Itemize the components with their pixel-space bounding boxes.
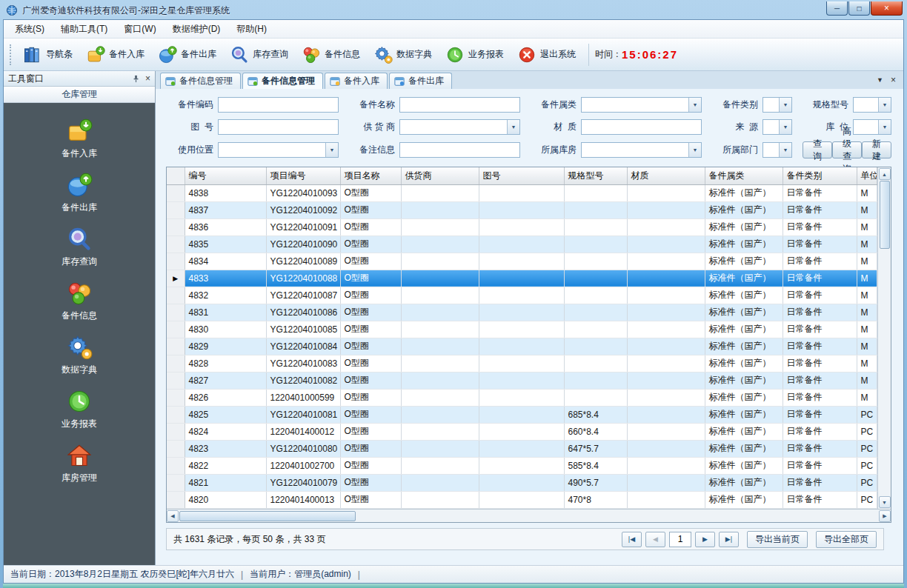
scroll-down-icon[interactable]: ▼ [879, 496, 891, 508]
table-cell[interactable]: 4823 [185, 440, 266, 457]
export-all-pages-button[interactable]: 导出全部页 [816, 531, 877, 548]
table-cell[interactable]: 标准件（国产） [705, 406, 783, 423]
table-cell[interactable]: PC [857, 474, 877, 491]
table-cell[interactable]: 标准件（国产） [705, 253, 783, 270]
close-icon[interactable]: × [145, 73, 150, 84]
table-cell[interactable] [627, 321, 705, 338]
table-cell[interactable]: M [857, 355, 877, 372]
toolbar-parts-inbound-button[interactable]: 备件入库 [79, 42, 151, 67]
first-page-button[interactable]: |◀ [622, 532, 642, 547]
table-cell[interactable]: O型圈 [340, 474, 401, 491]
sidebar-item-business-report[interactable]: 业务报表 [10, 382, 149, 436]
table-cell[interactable]: 标准件（国产） [705, 423, 783, 440]
table-cell[interactable]: 日常备件 [783, 253, 857, 270]
table-cell[interactable]: PC [857, 457, 877, 474]
table-cell[interactable] [401, 304, 479, 321]
table-cell[interactable]: YG12204010080 [266, 440, 340, 457]
tab-list-dropdown-icon[interactable]: ▼ [877, 76, 883, 84]
table-cell[interactable] [479, 338, 564, 355]
table-cell[interactable] [401, 440, 479, 457]
table-cell[interactable] [564, 201, 627, 218]
table-cell[interactable]: M [857, 270, 877, 287]
table-cell[interactable]: 4827 [185, 372, 266, 389]
tab-parts-info-manage-2-active[interactable]: 备件信息管理 [242, 73, 323, 89]
part-category-select[interactable]: ▼ [581, 97, 702, 113]
table-cell[interactable] [479, 235, 564, 253]
last-page-button[interactable]: ▶| [719, 532, 739, 547]
table-cell[interactable]: 标准件（国产） [705, 304, 783, 321]
table-cell[interactable]: O型圈 [340, 406, 401, 423]
toolbar-navbar-button[interactable]: 导航条 [16, 42, 79, 67]
table-cell[interactable]: YG12204010081 [266, 406, 340, 423]
table-cell[interactable] [627, 491, 705, 508]
table-cell[interactable] [479, 355, 564, 372]
table-cell[interactable]: 4838 [185, 184, 266, 201]
table-cell[interactable]: 647*5.7 [564, 440, 627, 457]
department-select[interactable]: ▼ [763, 142, 792, 158]
table-row[interactable]: 48261220401000599O型圈标准件（国产）日常备件M [167, 389, 877, 406]
export-current-page-button[interactable]: 导出当前页 [747, 531, 808, 548]
sidebar-item-parts-outbound[interactable]: 备件出库 [10, 166, 149, 220]
column-header-project-code[interactable]: 项目编号 [266, 167, 340, 184]
toolbar-parts-outbound-button[interactable]: 备件出库 [151, 42, 223, 67]
table-row[interactable]: 4831YG12204010086O型圈标准件（国产）日常备件M [167, 304, 877, 321]
table-cell[interactable] [564, 389, 627, 406]
chevron-down-icon[interactable]: ▼ [878, 98, 891, 112]
table-cell[interactable]: 日常备件 [783, 423, 857, 440]
table-cell[interactable] [627, 218, 705, 235]
table-row[interactable]: 4828YG12204010083O型圈标准件（国产）日常备件M [167, 355, 877, 372]
table-cell[interactable]: 标准件（国产） [705, 287, 783, 304]
table-cell[interactable]: 日常备件 [783, 218, 857, 235]
table-cell[interactable]: PC [857, 423, 877, 440]
table-cell[interactable]: 4836 [185, 218, 266, 235]
table-cell[interactable] [401, 457, 479, 474]
table-cell[interactable]: 日常备件 [783, 457, 857, 474]
location-select[interactable]: ▼ [853, 119, 891, 135]
table-cell[interactable]: O型圈 [340, 321, 401, 338]
table-cell[interactable]: 标准件（国产） [705, 321, 783, 338]
horizontal-scrollbar[interactable]: ◀ ▶ [167, 509, 891, 522]
column-header-project-name[interactable]: 项目名称 [340, 167, 401, 184]
table-cell[interactable] [401, 389, 479, 406]
minimize-button[interactable]: ─ [826, 1, 848, 16]
table-cell[interactable]: O型圈 [340, 423, 401, 440]
table-cell[interactable]: 日常备件 [783, 304, 857, 321]
table-cell[interactable]: 1220401400013 [266, 491, 340, 508]
vertical-scrollbar-thumb[interactable] [880, 181, 890, 249]
table-cell[interactable] [401, 287, 479, 304]
table-cell[interactable]: YG12204010088 [266, 270, 340, 287]
toolbar-parts-info-button[interactable]: 备件信息 [295, 42, 367, 67]
column-header-part-category[interactable]: 备件属类 [705, 167, 783, 184]
table-cell[interactable]: 4822 [185, 457, 266, 474]
sidebar-item-warehouse-manage[interactable]: 库房管理 [10, 436, 149, 490]
table-cell[interactable]: 标准件（国产） [705, 270, 783, 287]
table-cell[interactable]: 标准件（国产） [705, 440, 783, 457]
table-cell[interactable]: O型圈 [340, 253, 401, 270]
spec-model-select[interactable]: ▼ [853, 97, 891, 113]
table-cell[interactable] [627, 201, 705, 218]
supplier-select[interactable]: ▼ [399, 119, 520, 135]
menu-item-system[interactable]: 系统(S) [7, 20, 53, 39]
table-cell[interactable] [627, 474, 705, 491]
table-cell[interactable]: 标准件（国产） [705, 184, 783, 201]
table-cell[interactable]: YG12204010090 [266, 235, 340, 253]
vertical-scrollbar[interactable]: ▲ ▼ [877, 167, 891, 509]
table-row[interactable]: 4837YG12204010092O型圈标准件（国产）日常备件M [167, 201, 877, 218]
table-cell[interactable]: 日常备件 [783, 201, 857, 218]
pin-icon[interactable] [132, 75, 140, 83]
table-cell[interactable]: YG12204010083 [266, 355, 340, 372]
table-cell[interactable]: 490*5.7 [564, 474, 627, 491]
table-cell[interactable] [627, 457, 705, 474]
table-cell[interactable]: YG12204010092 [266, 201, 340, 218]
menu-item-data-maintenance[interactable]: 数据维护(D) [165, 20, 229, 39]
horizontal-scrollbar-thumb[interactable] [179, 511, 356, 521]
table-cell[interactable]: 日常备件 [783, 287, 857, 304]
chevron-down-icon[interactable]: ▼ [779, 143, 791, 157]
table-cell[interactable]: 标准件（国产） [705, 474, 783, 491]
table-cell[interactable]: YG12204010086 [266, 304, 340, 321]
table-cell[interactable]: 1220401002700 [266, 457, 340, 474]
table-row[interactable]: 4829YG12204010084O型圈标准件（国产）日常备件M [167, 338, 877, 355]
table-cell[interactable]: 标准件（国产） [705, 372, 783, 389]
close-tab-icon[interactable]: × [891, 75, 896, 85]
next-page-button[interactable]: ▶ [695, 532, 715, 547]
